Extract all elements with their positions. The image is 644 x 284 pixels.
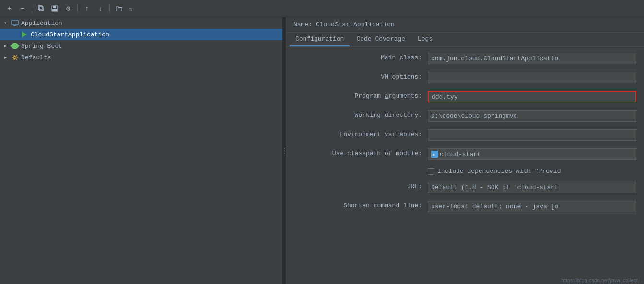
program-arguments-label: Program arguments: (293, 91, 428, 100)
jre-value[interactable]: Default (1.8 - SDK of 'cloud-start (428, 182, 636, 193)
svg-rect-0 (39, 7, 43, 11)
svg-rect-4 (52, 9, 57, 11)
defaults-label: Defaults (21, 54, 51, 61)
svg-marker-8 (22, 32, 27, 37)
tree-item-cloud-start[interactable]: CloudStartApplication (0, 29, 282, 40)
folder-button[interactable] (114, 3, 124, 14)
tree-item-application[interactable]: ▾ Application (0, 17, 282, 29)
name-row: Name: CloudStartApplication (286, 17, 644, 33)
tree-item-defaults[interactable]: ▶ Defaults (0, 52, 282, 63)
config-row-working-directory: Working directory: D:\code\cloud-springm… (293, 110, 636, 123)
defaults-icon (11, 53, 19, 62)
tree-item-spring-boot[interactable]: ▶ Spring Boot (0, 40, 282, 52)
env-vars-value[interactable] (428, 129, 636, 141)
toolbar: + − ⚙ ↑ ↓ ⇅ (0, 0, 644, 17)
resize-dot-2 (284, 150, 285, 151)
config-row-env-vars: Environment variables: (293, 129, 636, 142)
save-button[interactable] (49, 3, 60, 14)
include-deps-label: Include dependencies with "Provid (437, 168, 561, 175)
config-row-classpath: Use classpath of module: m cloud-start (293, 148, 636, 161)
svg-point-9 (14, 57, 16, 59)
svg-rect-1 (38, 6, 42, 10)
program-arguments-value[interactable]: ddd,tyy (428, 91, 636, 102)
working-directory-value[interactable]: D:\code\cloud-springmvc (428, 110, 636, 122)
resize-dot-1 (284, 148, 285, 149)
main-class-label: Main class: (293, 53, 428, 61)
svg-rect-3 (53, 6, 56, 8)
main-layout: ▾ Application CloudStartApplication ▶ (0, 17, 644, 284)
module-icon: m (431, 151, 438, 158)
move-down-button[interactable]: ↓ (95, 3, 105, 14)
cloud-start-label: CloudStartApplication (31, 31, 109, 38)
expand-arrow-spring-boot: ▶ (4, 43, 11, 49)
working-directory-label: Working directory: (293, 110, 428, 119)
toolbar-separator-2 (77, 4, 78, 13)
config-row-vm-options: VM options: (293, 72, 636, 84)
classpath-value[interactable]: m cloud-start (428, 148, 636, 160)
include-deps-checkbox[interactable] (428, 168, 434, 175)
tab-configuration[interactable]: Configuration (290, 33, 350, 46)
toolbar-separator-3 (109, 4, 110, 13)
arguments-underline: a (385, 92, 388, 100)
vm-options-value[interactable] (428, 72, 636, 83)
tab-logs[interactable]: Logs (412, 33, 438, 46)
sort-button[interactable]: ⇅ (127, 3, 138, 14)
svg-text:m: m (433, 152, 435, 157)
tab-code-coverage[interactable]: Code Coverage (351, 33, 410, 46)
main-class-value[interactable]: com.jun.cloud.CloudStartApplicatio (428, 53, 636, 64)
env-vars-label: Environment variables: (293, 129, 428, 138)
svg-rect-7 (13, 25, 16, 26)
tabs-row: Configuration Code Coverage Logs (286, 33, 644, 47)
name-label: Name: (293, 21, 312, 28)
spring-boot-label: Spring Boot (21, 43, 62, 50)
remove-button[interactable]: − (17, 3, 28, 14)
spring-boot-icon (11, 42, 19, 50)
shorten-command-label: Shorten command line: (293, 201, 428, 209)
svg-text:⇅: ⇅ (129, 7, 132, 12)
expand-arrow-defaults: ▶ (4, 55, 11, 60)
jre-label: JRE: (293, 182, 428, 190)
vm-options-label: VM options: (293, 72, 428, 80)
watermark: https://blog.csdn.net/java_collect... (562, 277, 642, 283)
config-row-jre: JRE: Default (1.8 - SDK of 'cloud-start (293, 182, 636, 194)
add-button[interactable]: + (4, 3, 14, 14)
module-underline: o (399, 150, 403, 157)
config-row-main-class: Main class: com.jun.cloud.CloudStartAppl… (293, 53, 636, 65)
left-panel: ▾ Application CloudStartApplication ▶ (0, 17, 283, 284)
config-row-shorten-command: Shorten command line: user-local default… (293, 201, 636, 213)
config-row-program-arguments: Program arguments: ddd,tyy (293, 91, 636, 103)
svg-rect-6 (12, 20, 18, 25)
shorten-command-value[interactable]: user-local default; none - java [o (428, 201, 636, 212)
move-up-button[interactable]: ↑ (82, 3, 92, 14)
name-value: CloudStartApplication (316, 21, 395, 28)
resize-dot-3 (284, 153, 285, 154)
run-config-icon (20, 30, 29, 39)
toolbar-separator-1 (32, 4, 32, 13)
settings-button[interactable]: ⚙ (63, 3, 73, 14)
application-label: Application (21, 20, 62, 27)
expand-arrow-application: ▾ (4, 20, 11, 26)
config-content: Main class: com.jun.cloud.CloudStartAppl… (286, 47, 644, 284)
classpath-label: Use classpath of module: (293, 148, 428, 157)
include-deps-row: Include dependencies with "Provid (293, 168, 636, 175)
copy-button[interactable] (36, 3, 47, 14)
application-icon (11, 19, 19, 27)
right-panel: Name: CloudStartApplication Configuratio… (286, 17, 644, 284)
